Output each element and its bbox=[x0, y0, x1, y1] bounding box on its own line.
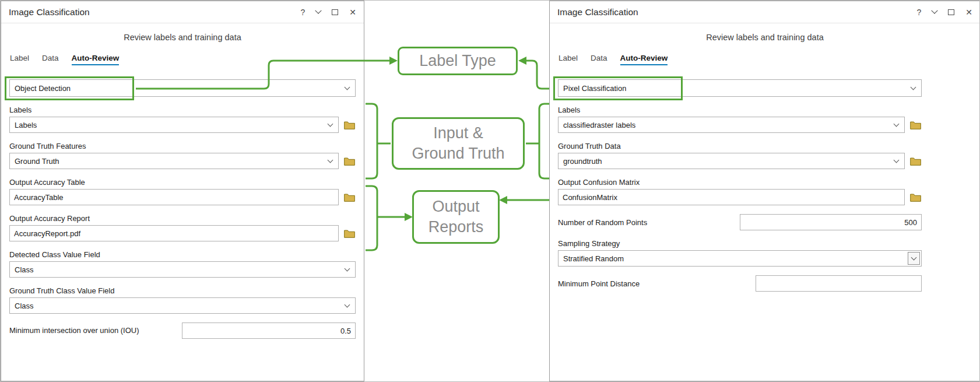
combo-value: Pixel Classification bbox=[563, 84, 626, 93]
browse-folder-button[interactable] bbox=[909, 157, 922, 166]
title-bar: Image Classification ? ✕ bbox=[1, 1, 364, 23]
ground-truth-class-value-field: Ground Truth Class Value Field Class bbox=[9, 286, 356, 314]
image-classification-pane-left: Image Classification ? ✕ Review labels a… bbox=[1, 1, 364, 381]
output-accuracy-table-input[interactable] bbox=[9, 189, 339, 205]
arrowhead-right-icon bbox=[405, 213, 413, 221]
field-label: Output Accuracy Table bbox=[9, 178, 356, 187]
browse-folder-button[interactable] bbox=[909, 121, 922, 129]
tab-data[interactable]: Data bbox=[591, 54, 607, 65]
annotation-output-reports: Output Reports bbox=[412, 190, 500, 244]
field-row: classifiedraster labels bbox=[558, 117, 922, 133]
pane-title: Image Classification bbox=[557, 7, 638, 17]
random-points-input[interactable] bbox=[740, 214, 922, 230]
field-label: Detected Class Value Field bbox=[9, 250, 356, 259]
tab-auto-review[interactable]: Auto-Review bbox=[620, 54, 668, 65]
ground-truth-features-field: Ground Truth Features Ground Truth bbox=[9, 142, 356, 169]
close-icon[interactable]: ✕ bbox=[965, 8, 972, 17]
field-row bbox=[9, 225, 356, 241]
folder-icon bbox=[910, 157, 921, 166]
detected-class-combobox[interactable]: Class bbox=[9, 261, 356, 278]
ground-truth-class-combobox[interactable]: Class bbox=[9, 297, 356, 314]
input-gt-left-bracket bbox=[366, 104, 377, 178]
iou-input[interactable] bbox=[182, 323, 356, 339]
maximize-icon[interactable] bbox=[948, 9, 954, 15]
output-accuracy-report-input[interactable] bbox=[9, 225, 339, 241]
field-label: Minimum intersection over union (IOU) bbox=[9, 325, 145, 336]
browse-folder-button[interactable] bbox=[343, 193, 356, 202]
maximize-shape bbox=[332, 9, 338, 15]
field-row bbox=[9, 189, 356, 205]
maximize-icon[interactable] bbox=[332, 9, 338, 15]
combo-value: Class bbox=[15, 302, 34, 310]
annotation-text-line1: Input & bbox=[433, 123, 483, 143]
browse-folder-button[interactable] bbox=[343, 229, 356, 238]
chevron-down-icon[interactable] bbox=[316, 10, 321, 15]
annotation-text-line1: Output bbox=[432, 197, 479, 217]
field-label: Number of Random Points bbox=[558, 218, 740, 227]
maximize-shape bbox=[948, 9, 954, 15]
chevron-shape bbox=[932, 7, 938, 13]
pane-subtitle: Review labels and training data bbox=[550, 33, 980, 42]
help-icon[interactable]: ? bbox=[300, 8, 305, 17]
browse-folder-button[interactable] bbox=[343, 157, 356, 166]
combo-value: Object Detection bbox=[15, 84, 71, 93]
title-bar: Image Classification ? ✕ bbox=[550, 1, 980, 23]
label-type-right-connector bbox=[526, 61, 549, 89]
chevron-down-icon bbox=[911, 85, 916, 90]
minimum-point-distance-input[interactable] bbox=[756, 275, 922, 292]
ground-truth-combobox[interactable]: Ground Truth bbox=[9, 153, 339, 169]
browse-folder-button[interactable] bbox=[343, 121, 356, 129]
field-label: Sampling Strategy bbox=[558, 239, 922, 248]
image-classification-pane-right: Image Classification ? ✕ Review labels a… bbox=[549, 1, 980, 381]
field-row bbox=[558, 189, 922, 205]
annotation-text-line2: Ground Truth bbox=[412, 143, 504, 164]
detected-class-value-field: Detected Class Value Field Class bbox=[9, 250, 356, 278]
chevron-shape bbox=[315, 7, 322, 13]
folder-icon bbox=[344, 193, 355, 202]
ground-truth-data-field: Ground Truth Data groundtruth bbox=[558, 142, 922, 169]
folder-icon bbox=[344, 157, 355, 166]
folder-icon bbox=[344, 229, 355, 238]
arrowhead-right-icon bbox=[389, 57, 398, 65]
field-label: Ground Truth Data bbox=[558, 142, 922, 150]
sampling-strategy-combobox[interactable]: Stratified Random bbox=[558, 250, 922, 267]
field-row: Labels bbox=[9, 117, 356, 133]
combo-value: classifiedraster labels bbox=[563, 121, 635, 129]
labels-combobox[interactable]: classifiedraster labels bbox=[558, 117, 905, 133]
tab-label[interactable]: Label bbox=[559, 54, 578, 65]
minimum-point-distance-field: Minimum Point Distance bbox=[558, 275, 922, 292]
labels-combobox[interactable]: Labels bbox=[9, 117, 339, 133]
chevron-down-icon bbox=[911, 255, 917, 261]
browse-folder-button[interactable] bbox=[909, 193, 922, 202]
pane-subtitle: Review labels and training data bbox=[1, 33, 364, 42]
window-controls: ? ✕ bbox=[916, 8, 972, 17]
combo-value: Stratified Random bbox=[563, 254, 624, 263]
label-type-combobox[interactable]: Pixel Classification bbox=[558, 79, 922, 97]
folder-icon bbox=[344, 121, 355, 129]
field-label: Ground Truth Features bbox=[9, 142, 356, 150]
arrowhead-left-icon bbox=[499, 196, 507, 204]
tab-bar: Label Data Auto-Review bbox=[10, 54, 364, 65]
label-type-combobox[interactable]: Object Detection bbox=[9, 79, 356, 97]
field-label: Minimum Point Distance bbox=[558, 279, 756, 288]
annotation-label-type: Label Type bbox=[398, 47, 518, 75]
chevron-down-icon[interactable] bbox=[932, 10, 937, 15]
combo-value: Labels bbox=[15, 121, 37, 129]
folder-icon bbox=[910, 121, 921, 129]
output-confusion-matrix-input[interactable] bbox=[558, 189, 905, 205]
ground-truth-combobox[interactable]: groundtruth bbox=[558, 153, 905, 169]
close-icon[interactable]: ✕ bbox=[349, 8, 356, 17]
field-label: Output Confusion Matrix bbox=[558, 178, 922, 187]
pane-body: Pixel Classification Labels classifiedra… bbox=[550, 79, 980, 292]
field-label: Output Accuracy Report bbox=[9, 214, 356, 223]
annotation-text-line2: Reports bbox=[428, 217, 484, 237]
number-of-random-points-field: Number of Random Points bbox=[558, 214, 922, 230]
chevron-down-button[interactable] bbox=[908, 252, 920, 265]
tab-auto-review[interactable]: Auto-Review bbox=[72, 54, 120, 65]
chevron-down-icon bbox=[328, 121, 333, 127]
field-label: Labels bbox=[558, 106, 922, 114]
help-icon[interactable]: ? bbox=[916, 8, 921, 17]
tab-label[interactable]: Label bbox=[10, 54, 29, 65]
field-row: Ground Truth bbox=[9, 153, 356, 169]
tab-data[interactable]: Data bbox=[42, 54, 59, 65]
